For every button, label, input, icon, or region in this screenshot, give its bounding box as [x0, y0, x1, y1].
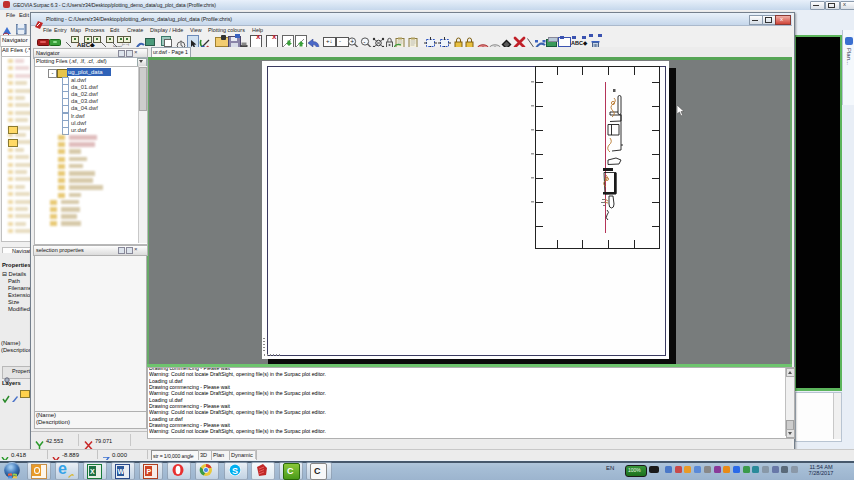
svg-text:-: - [363, 38, 365, 45]
svg-text:+: + [350, 38, 354, 45]
svg-text:S: S [232, 466, 238, 476]
